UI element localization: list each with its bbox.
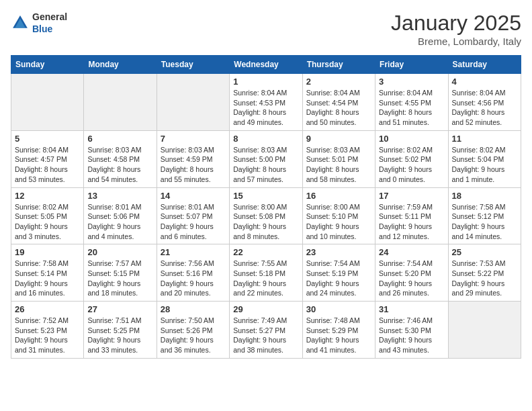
day-number: 29 (233, 304, 298, 314)
calendar-cell: 13Sunrise: 8:01 AMSunset: 5:06 PMDayligh… (84, 187, 157, 244)
cell-content: Sunrise: 7:54 AMSunset: 5:19 PMDaylight:… (306, 259, 371, 298)
cell-content: Sunrise: 7:58 AMSunset: 5:14 PMDaylight:… (15, 259, 80, 298)
cell-content: Sunrise: 8:04 AMSunset: 4:57 PMDaylight:… (15, 145, 80, 185)
cell-content: Sunrise: 7:46 AMSunset: 5:30 PMDaylight:… (379, 316, 444, 355)
calendar-cell: 20Sunrise: 7:57 AMSunset: 5:15 PMDayligh… (84, 244, 157, 302)
calendar-cell (157, 74, 229, 131)
calendar-cell: 3Sunrise: 8:04 AMSunset: 4:55 PMDaylight… (375, 74, 448, 131)
weekday-header-saturday: Saturday (448, 56, 521, 74)
calendar-cell: 15Sunrise: 8:00 AMSunset: 5:08 PMDayligh… (230, 187, 302, 244)
day-number: 12 (15, 191, 80, 201)
calendar-cell: 7Sunrise: 8:03 AMSunset: 4:59 PMDaylight… (157, 130, 229, 187)
day-number: 2 (306, 77, 371, 87)
cell-content: Sunrise: 8:03 AMSunset: 4:58 PMDaylight:… (87, 145, 152, 185)
cell-content: Sunrise: 7:52 AMSunset: 5:23 PMDaylight:… (15, 316, 80, 355)
calendar-cell: 4Sunrise: 8:04 AMSunset: 4:56 PMDaylight… (448, 74, 521, 131)
day-number: 18 (452, 191, 517, 201)
cell-content: Sunrise: 7:58 AMSunset: 5:12 PMDaylight:… (452, 202, 517, 242)
day-number: 14 (161, 191, 226, 201)
weekday-header-sunday: Sunday (11, 56, 84, 74)
cell-content: Sunrise: 7:55 AMSunset: 5:18 PMDaylight:… (233, 259, 298, 298)
calendar-cell: 22Sunrise: 7:55 AMSunset: 5:18 PMDayligh… (230, 244, 302, 302)
cell-content: Sunrise: 8:00 AMSunset: 5:10 PMDaylight:… (306, 202, 371, 242)
day-number: 4 (452, 77, 517, 87)
day-number: 9 (306, 134, 371, 144)
calendar-cell: 2Sunrise: 8:04 AMSunset: 4:54 PMDaylight… (302, 74, 375, 131)
calendar-cell: 6Sunrise: 8:03 AMSunset: 4:58 PMDaylight… (84, 130, 157, 187)
calendar-cell: 9Sunrise: 8:03 AMSunset: 5:01 PMDaylight… (302, 130, 375, 187)
calendar-week-3: 12Sunrise: 8:02 AMSunset: 5:05 PMDayligh… (11, 187, 521, 244)
calendar-week-5: 26Sunrise: 7:52 AMSunset: 5:23 PMDayligh… (11, 302, 521, 359)
day-number: 11 (452, 134, 517, 144)
calendar-week-2: 5Sunrise: 8:04 AMSunset: 4:57 PMDaylight… (11, 130, 521, 187)
location-subtitle: Breme, Lombardy, Italy (391, 36, 521, 47)
cell-content: Sunrise: 8:04 AMSunset: 4:55 PMDaylight:… (379, 88, 444, 128)
day-number: 1 (233, 77, 298, 87)
calendar-cell: 16Sunrise: 8:00 AMSunset: 5:10 PMDayligh… (302, 187, 375, 244)
day-number: 25 (452, 247, 517, 257)
cell-content: Sunrise: 7:57 AMSunset: 5:15 PMDaylight:… (87, 259, 152, 298)
cell-content: Sunrise: 7:49 AMSunset: 5:27 PMDaylight:… (233, 316, 298, 355)
day-number: 17 (379, 191, 444, 201)
day-number: 16 (306, 191, 371, 201)
calendar-cell: 19Sunrise: 7:58 AMSunset: 5:14 PMDayligh… (11, 244, 84, 302)
weekday-header-thursday: Thursday (302, 56, 375, 74)
day-number: 30 (306, 304, 371, 314)
weekday-header-friday: Friday (375, 56, 448, 74)
cell-content: Sunrise: 8:04 AMSunset: 4:53 PMDaylight:… (233, 88, 298, 128)
logo-icon (11, 13, 30, 32)
cell-content: Sunrise: 8:04 AMSunset: 4:56 PMDaylight:… (452, 88, 517, 128)
day-number: 3 (379, 77, 444, 87)
calendar-cell: 12Sunrise: 8:02 AMSunset: 5:05 PMDayligh… (11, 187, 84, 244)
day-number: 8 (233, 134, 298, 144)
cell-content: Sunrise: 8:00 AMSunset: 5:08 PMDaylight:… (233, 202, 298, 242)
day-number: 15 (233, 191, 298, 201)
day-number: 10 (379, 134, 444, 144)
cell-content: Sunrise: 8:01 AMSunset: 5:07 PMDaylight:… (161, 202, 226, 242)
calendar-cell: 8Sunrise: 8:03 AMSunset: 5:00 PMDaylight… (230, 130, 302, 187)
calendar-week-1: 1Sunrise: 8:04 AMSunset: 4:53 PMDaylight… (11, 74, 521, 131)
calendar-cell: 24Sunrise: 7:54 AMSunset: 5:20 PMDayligh… (375, 244, 448, 302)
cell-content: Sunrise: 8:02 AMSunset: 5:05 PMDaylight:… (15, 202, 80, 242)
calendar-cell: 5Sunrise: 8:04 AMSunset: 4:57 PMDaylight… (11, 130, 84, 187)
day-number: 20 (87, 247, 152, 257)
cell-content: Sunrise: 8:02 AMSunset: 5:02 PMDaylight:… (379, 145, 444, 185)
logo-text: General Blue (32, 11, 67, 35)
title-block: January 2025 Breme, Lombardy, Italy (391, 11, 521, 47)
calendar-cell: 18Sunrise: 7:58 AMSunset: 5:12 PMDayligh… (448, 187, 521, 244)
calendar-cell: 31Sunrise: 7:46 AMSunset: 5:30 PMDayligh… (375, 302, 448, 359)
day-number: 13 (87, 191, 152, 201)
day-number: 24 (379, 247, 444, 257)
cell-content: Sunrise: 7:50 AMSunset: 5:26 PMDaylight:… (161, 316, 226, 355)
cell-content: Sunrise: 8:04 AMSunset: 4:54 PMDaylight:… (306, 88, 371, 128)
calendar-cell: 21Sunrise: 7:56 AMSunset: 5:16 PMDayligh… (157, 244, 229, 302)
cell-content: Sunrise: 8:03 AMSunset: 4:59 PMDaylight:… (161, 145, 226, 185)
weekday-header-row: SundayMondayTuesdayWednesdayThursdayFrid… (11, 56, 521, 74)
day-number: 7 (161, 134, 226, 144)
calendar-table: SundayMondayTuesdayWednesdayThursdayFrid… (11, 55, 521, 359)
logo-blue: Blue (32, 24, 52, 34)
day-number: 19 (15, 247, 80, 257)
weekday-header-tuesday: Tuesday (157, 56, 229, 74)
calendar-cell (11, 74, 84, 131)
cell-content: Sunrise: 8:03 AMSunset: 5:01 PMDaylight:… (306, 145, 371, 185)
weekday-header-wednesday: Wednesday (230, 56, 302, 74)
page-header: General Blue January 2025 Breme, Lombard… (11, 11, 521, 47)
cell-content: Sunrise: 8:02 AMSunset: 5:04 PMDaylight:… (452, 145, 517, 185)
calendar-cell: 26Sunrise: 7:52 AMSunset: 5:23 PMDayligh… (11, 302, 84, 359)
cell-content: Sunrise: 7:54 AMSunset: 5:20 PMDaylight:… (379, 259, 444, 298)
cell-content: Sunrise: 7:56 AMSunset: 5:16 PMDaylight:… (161, 259, 226, 298)
calendar-cell: 14Sunrise: 8:01 AMSunset: 5:07 PMDayligh… (157, 187, 229, 244)
day-number: 23 (306, 247, 371, 257)
cell-content: Sunrise: 8:03 AMSunset: 5:00 PMDaylight:… (233, 145, 298, 185)
day-number: 31 (379, 304, 444, 314)
cell-content: Sunrise: 7:48 AMSunset: 5:29 PMDaylight:… (306, 316, 371, 355)
day-number: 22 (233, 247, 298, 257)
calendar-cell: 11Sunrise: 8:02 AMSunset: 5:04 PMDayligh… (448, 130, 521, 187)
logo-general: General (32, 11, 67, 22)
calendar-cell: 29Sunrise: 7:49 AMSunset: 5:27 PMDayligh… (230, 302, 302, 359)
calendar-cell: 17Sunrise: 7:59 AMSunset: 5:11 PMDayligh… (375, 187, 448, 244)
calendar-cell: 30Sunrise: 7:48 AMSunset: 5:29 PMDayligh… (302, 302, 375, 359)
calendar-cell: 1Sunrise: 8:04 AMSunset: 4:53 PMDaylight… (230, 74, 302, 131)
calendar-week-4: 19Sunrise: 7:58 AMSunset: 5:14 PMDayligh… (11, 244, 521, 302)
